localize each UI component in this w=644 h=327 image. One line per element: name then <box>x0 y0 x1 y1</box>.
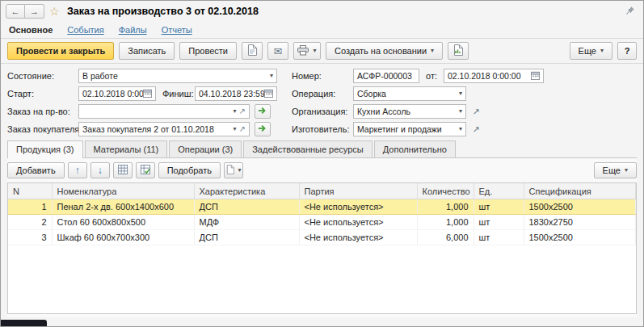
prod-order-select[interactable]: ▾ ↗ <box>78 104 250 119</box>
cell-batch[interactable]: <Не используется> <box>299 230 417 245</box>
cell-unit[interactable]: шт <box>474 215 524 230</box>
chevron-down-icon[interactable]: ▾ <box>459 126 462 132</box>
tab-operations[interactable]: Операции (3) <box>169 140 242 157</box>
mail-button[interactable]: ✉ <box>267 42 288 60</box>
open-organization-button[interactable]: ↗ <box>469 104 482 119</box>
calendar-icon[interactable] <box>531 71 540 82</box>
open-customer-order-button[interactable] <box>255 122 271 136</box>
cell-n[interactable]: 2 <box>8 215 52 230</box>
more-button[interactable]: Еще ▾ <box>570 42 612 60</box>
table-row[interactable]: 1 Пенал 2-х дв. 600х1400х600 ДСП <Не исп… <box>8 199 636 215</box>
favorite-star-icon[interactable]: ☆ <box>49 4 60 19</box>
col-header-unit[interactable]: Ед. <box>474 183 524 199</box>
cell-quantity[interactable]: 1,000 <box>417 215 474 230</box>
create-on-basis-button[interactable]: Создать на основании ▾ <box>326 42 443 60</box>
tab-materials[interactable]: Материалы (11) <box>85 140 168 157</box>
tab-products[interactable]: Продукция (3) <box>7 140 83 158</box>
doc-date-value: 02.10.2018 0:00:00 <box>448 71 521 81</box>
customer-order-select[interactable]: Заказ покупателя 2 от 01.10.2018 ▾ ↗ <box>78 122 250 136</box>
number-input[interactable]: АСФР-000003 <box>353 69 419 83</box>
table-check-icon <box>141 165 150 176</box>
cell-unit[interactable]: шт <box>474 199 524 215</box>
pick-label: Подобрать <box>167 166 212 175</box>
related-documents-button[interactable] <box>448 42 469 60</box>
cell-specification[interactable]: 1500х2500 <box>524 199 636 215</box>
move-up-button[interactable]: ↑ <box>68 162 87 178</box>
cell-specification[interactable]: 1830х2750 <box>524 215 636 230</box>
post-and-close-button[interactable]: Провести и закрыть <box>7 42 114 60</box>
organization-select[interactable]: Кухни Ассоль ▾ <box>353 104 466 119</box>
col-header-nomenclature[interactable]: Номенклатура <box>52 183 194 199</box>
pick-button[interactable]: Подобрать <box>158 162 221 178</box>
back-button[interactable]: ← <box>6 4 25 19</box>
open-ref-icon[interactable]: ↗ <box>239 125 246 133</box>
open-ref-icon: ↗ <box>472 107 479 117</box>
cell-n[interactable]: 1 <box>8 199 52 215</box>
cell-characteristic[interactable]: ДСП <box>194 230 299 245</box>
open-prod-order-button[interactable] <box>255 104 271 119</box>
chevron-down-icon[interactable]: ▾ <box>234 126 237 132</box>
link-events[interactable]: События <box>67 25 103 35</box>
change-spec-button[interactable]: ▾ <box>224 162 243 178</box>
document-status-button[interactable] <box>242 42 263 60</box>
finish-date-input[interactable]: 04.10.2018 23:59 <box>195 86 277 101</box>
table-more-label: Еще <box>603 166 621 175</box>
fill-by-spec-button[interactable] <box>113 162 133 178</box>
show-balances-button[interactable] <box>136 162 155 178</box>
form-header-area: Состояние: В работе ▾ Старт: 02.10.2018 … <box>7 69 637 141</box>
calendar-icon[interactable] <box>143 89 152 99</box>
chevron-down-icon[interactable]: ▾ <box>270 73 273 79</box>
cell-specification[interactable]: 1500х2500 <box>524 230 636 245</box>
cell-nomenclature[interactable]: Пенал 2-х дв. 600х1400х600 <box>52 199 194 215</box>
calendar-icon[interactable] <box>264 89 273 99</box>
move-up-icon: ↑ <box>75 166 80 175</box>
help-button[interactable]: ? <box>617 42 637 60</box>
manufacturer-select[interactable]: Маркетинг и продажи ▾ <box>353 122 466 136</box>
cell-quantity[interactable]: 6,000 <box>417 230 474 245</box>
print-button[interactable]: ▾ <box>293 42 321 60</box>
tab-resources[interactable]: Задействованные ресурсы <box>243 140 373 157</box>
cell-batch[interactable]: <Не используется> <box>299 215 417 230</box>
forward-button[interactable]: → <box>25 4 44 19</box>
mail-icon: ✉ <box>274 45 283 57</box>
state-select[interactable]: В работе ▾ <box>78 69 277 83</box>
chevron-down-icon[interactable]: ▾ <box>234 108 237 115</box>
col-header-batch[interactable]: Партия <box>299 183 417 199</box>
move-down-button[interactable]: ↓ <box>90 162 110 178</box>
date-prefix-label: от: <box>426 69 437 83</box>
cell-characteristic[interactable]: МДФ <box>194 215 299 230</box>
cell-unit[interactable]: шт <box>474 230 524 245</box>
start-date-input[interactable]: 02.10.2018 0:00 <box>78 86 156 101</box>
chevron-down-icon[interactable]: ▾ <box>459 108 462 115</box>
cell-nomenclature[interactable]: Стол 60 600х800х500 <box>52 215 194 230</box>
post-button[interactable]: Провести <box>179 42 237 60</box>
col-header-n[interactable]: N <box>8 183 52 199</box>
col-header-specification[interactable]: Спецификация <box>524 183 636 199</box>
cell-batch[interactable]: <Не используется> <box>299 199 417 215</box>
link-main[interactable]: Основное <box>9 25 53 35</box>
link-reports[interactable]: Отчеты <box>162 25 192 35</box>
operation-select[interactable]: Сборка ▾ <box>353 86 466 101</box>
col-header-characteristic[interactable]: Характеристика <box>194 183 299 199</box>
write-button[interactable]: Записать <box>119 42 175 60</box>
open-manufacturer-button[interactable]: ↗ <box>469 122 482 136</box>
open-ref-icon[interactable]: ↗ <box>239 107 246 115</box>
add-row-button[interactable]: Добавить <box>7 162 65 178</box>
add-row-label: Добавить <box>16 166 56 175</box>
table-more-button[interactable]: Еще ▾ <box>594 162 637 178</box>
pin-icon[interactable] <box>625 6 635 17</box>
post-label: Провести <box>188 46 228 56</box>
cell-quantity[interactable]: 1,000 <box>417 199 474 215</box>
state-value: В работе <box>82 71 118 81</box>
chevron-down-icon[interactable]: ▾ <box>459 90 462 97</box>
link-files[interactable]: Файлы <box>119 25 147 35</box>
table-row[interactable]: 3 Шкаф 60 600х700х300 ДСП <Не использует… <box>8 230 636 245</box>
doc-date-input[interactable]: 02.10.2018 0:00:00 <box>444 69 544 83</box>
col-header-quantity[interactable]: Количество <box>417 183 474 199</box>
cell-n[interactable]: 3 <box>8 230 52 245</box>
start-label: Старт: <box>7 86 34 101</box>
cell-nomenclature[interactable]: Шкаф 60 600х700х300 <box>52 230 194 245</box>
table-row[interactable]: 2 Стол 60 600х800х500 МДФ <Не использует… <box>8 215 636 230</box>
cell-characteristic[interactable]: ДСП <box>194 199 299 215</box>
tab-additional[interactable]: Дополнительно <box>374 140 456 157</box>
